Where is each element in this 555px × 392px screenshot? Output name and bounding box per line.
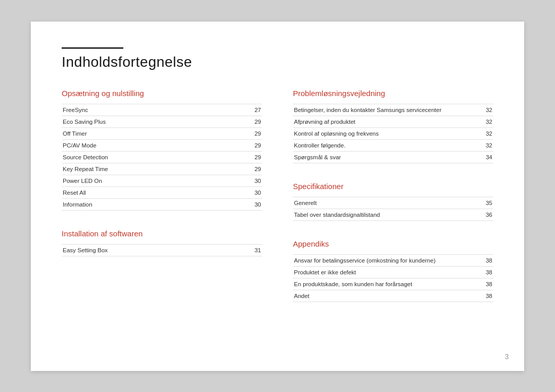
toc-item-page: 29 [247,139,262,151]
table-row: Off Timer29 [62,127,262,139]
section-appendiks: AppendiksAnsvar for betalingsservice (om… [293,239,493,302]
toc-item-page: 29 [247,151,262,163]
toc-table-problemlosning: Betingelser, inden du kontakter Samsungs… [293,104,493,163]
toc-item-label: Kontroller følgende. [293,139,478,151]
toc-item-page: 35 [478,197,493,209]
toc-item-label: Information [62,198,247,210]
table-row: Afprøvning af produktet32 [293,116,493,127]
table-row: Kontroller følgende.32 [293,139,493,151]
toc-item-label: Betingelser, inden du kontakter Samsungs… [293,104,478,116]
table-row: Kontrol af opløsning og frekvens32 [293,127,493,139]
table-row: Produktet er ikke defekt38 [293,266,493,278]
section-title-appendiks: Appendiks [293,239,493,248]
page: Indholdsfortegnelse Opsætning og nulstil… [31,22,524,371]
toc-item-label: Key Repeat Time [62,163,247,175]
toc-item-page: 32 [478,127,493,139]
section-title-opsaetning: Opsætning og nulstilling [62,89,262,98]
toc-item-label: Off Timer [62,127,247,139]
toc-item-label: Generelt [293,197,478,209]
table-row: Reset All30 [62,186,262,198]
table-row: Easy Setting Box31 [62,244,262,256]
toc-item-label: PC/AV Mode [62,139,247,151]
toc-table-opsaetning: FreeSync27Eco Saving Plus29Off Timer29PC… [62,104,262,211]
toc-item-label: En produktskade, som kunden har forårsag… [293,278,478,290]
table-row: Betingelser, inden du kontakter Samsungs… [293,104,493,116]
toc-item-label: Easy Setting Box [62,244,247,256]
toc-item-label: Power LED On [62,175,247,186]
content-columns: Opsætning og nulstillingFreeSync27Eco Sa… [62,89,493,321]
toc-table-specifikationer: Generelt35Tabel over standardsignaltilst… [293,197,493,221]
toc-item-page: 32 [478,139,493,151]
section-title-specifikationer: Specifikationer [293,182,493,191]
table-row: Source Detection29 [62,151,262,163]
table-row: Key Repeat Time29 [62,163,262,175]
toc-item-label: Eco Saving Plus [62,116,247,127]
page-number: 3 [505,352,509,361]
left-column: Opsætning og nulstillingFreeSync27Eco Sa… [62,89,262,321]
toc-item-page: 29 [247,116,262,127]
toc-item-label: Afprøvning af produktet [293,116,478,127]
section-title-installation: Installation af softwaren [62,229,262,238]
toc-item-page: 36 [478,209,493,220]
toc-item-page: 30 [247,198,262,210]
toc-table-appendiks: Ansvar for betalingsservice (omkostning … [293,254,493,302]
toc-item-label: Spørgsmål & svar [293,151,478,163]
toc-item-label: Kontrol af opløsning og frekvens [293,127,478,139]
right-column: ProblemløsningsvejledningBetingelser, in… [293,89,493,321]
toc-item-label: Source Detection [62,151,247,163]
section-problemlosning: ProblemløsningsvejledningBetingelser, in… [293,89,493,163]
toc-item-label: FreeSync [62,104,247,116]
table-row: Power LED On30 [62,175,262,186]
toc-item-page: 29 [247,163,262,175]
table-row: Eco Saving Plus29 [62,116,262,127]
table-row: PC/AV Mode29 [62,139,262,151]
toc-item-label: Reset All [62,186,247,198]
toc-item-page: 31 [247,244,262,256]
table-row: Tabel over standardsignaltilstand36 [293,209,493,220]
title-area: Indholdsfortegnelse [62,47,493,70]
page-title: Indholdsfortegnelse [62,54,493,70]
table-row: Information30 [62,198,262,210]
toc-item-page: 38 [478,254,493,266]
table-row: Ansvar for betalingsservice (omkostning … [293,254,493,266]
toc-item-page: 29 [247,127,262,139]
table-row: Spørgsmål & svar34 [293,151,493,163]
toc-table-installation: Easy Setting Box31 [62,244,262,256]
table-row: Andet38 [293,290,493,302]
toc-item-page: 32 [478,104,493,116]
table-row: FreeSync27 [62,104,262,116]
toc-item-page: 38 [478,266,493,278]
section-opsaetning: Opsætning og nulstillingFreeSync27Eco Sa… [62,89,262,211]
section-installation: Installation af softwarenEasy Setting Bo… [62,229,262,256]
toc-item-page: 32 [478,116,493,127]
section-title-problemlosning: Problemløsningsvejledning [293,89,493,98]
title-bar [62,47,123,49]
toc-item-label: Produktet er ikke defekt [293,266,478,278]
toc-item-label: Tabel over standardsignaltilstand [293,209,478,220]
table-row: En produktskade, som kunden har forårsag… [293,278,493,290]
section-specifikationer: SpecifikationerGenerelt35Tabel over stan… [293,182,493,221]
toc-item-label: Andet [293,290,478,302]
toc-item-page: 38 [478,290,493,302]
toc-item-page: 34 [478,151,493,163]
toc-item-page: 30 [247,175,262,186]
toc-item-page: 27 [247,104,262,116]
toc-item-page: 30 [247,186,262,198]
toc-item-label: Ansvar for betalingsservice (omkostning … [293,254,478,266]
toc-item-page: 38 [478,278,493,290]
table-row: Generelt35 [293,197,493,209]
